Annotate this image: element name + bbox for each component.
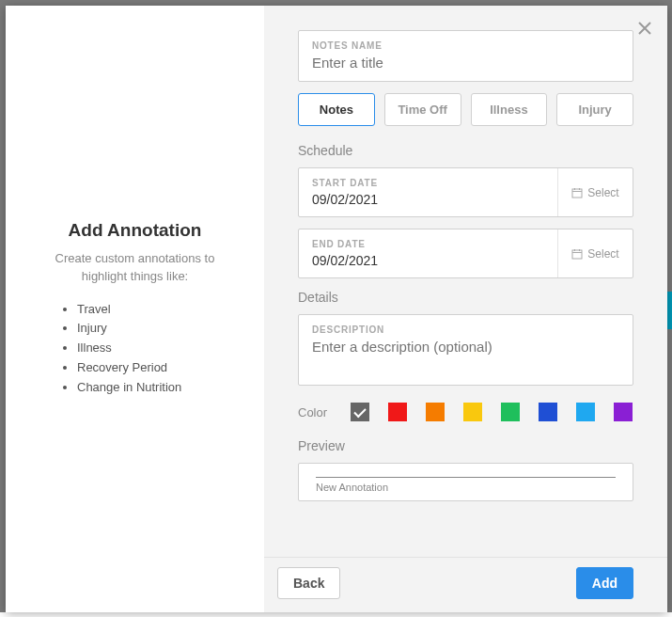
svg-rect-0: [572, 189, 582, 198]
description-input[interactable]: [312, 339, 619, 355]
end-date-select-button[interactable]: Select: [557, 229, 633, 277]
modal-footer: Back Add: [264, 557, 667, 612]
notes-name-label: NOTES NAME: [312, 40, 619, 51]
color-swatch-yellow[interactable]: [463, 403, 482, 421]
preview-label: Preview: [298, 438, 633, 453]
description-field[interactable]: DESCRIPTION: [298, 314, 633, 386]
form-panel: NOTES NAME Notes Time Off Illness Injury…: [264, 6, 667, 612]
list-item: Change in Nutrition: [77, 378, 181, 398]
preview-text: New Annotation: [316, 482, 616, 493]
start-date-label: START DATE: [312, 178, 544, 188]
list-item: Recovery Period: [77, 358, 181, 378]
color-row: Color: [298, 403, 633, 421]
color-label: Color: [298, 405, 332, 419]
end-date-field: END DATE 09/02/2021 Select: [298, 229, 633, 278]
color-swatch-orange[interactable]: [426, 403, 445, 421]
type-tabs: Notes Time Off Illness Injury: [298, 93, 633, 126]
calendar-icon: [571, 187, 583, 198]
panel-title: Add Annotation: [69, 220, 202, 241]
notes-name-field[interactable]: NOTES NAME: [298, 30, 633, 82]
start-date-field: START DATE 09/02/2021 Select: [298, 167, 633, 217]
example-list: Travel Injury Illness Recovery Period Ch…: [60, 300, 181, 398]
color-swatch-green[interactable]: [501, 403, 520, 421]
tab-time-off[interactable]: Time Off: [384, 93, 461, 126]
list-item: Travel: [77, 300, 181, 320]
info-panel: Add Annotation Create custom annotations…: [6, 6, 264, 612]
schedule-label: Schedule: [298, 143, 633, 158]
tab-injury[interactable]: Injury: [556, 93, 633, 126]
color-swatch-grey[interactable]: [351, 403, 369, 421]
color-swatch-lightblue[interactable]: [576, 403, 595, 421]
color-swatches: [351, 403, 633, 421]
select-label: Select: [587, 186, 618, 199]
add-button[interactable]: Add: [576, 567, 633, 599]
calendar-icon: [571, 248, 583, 260]
list-item: Injury: [77, 319, 181, 339]
close-icon: [635, 19, 654, 38]
color-swatch-red[interactable]: [388, 403, 407, 421]
color-swatch-purple[interactable]: [614, 403, 633, 421]
back-button[interactable]: Back: [277, 567, 340, 599]
select-label: Select: [587, 247, 618, 261]
start-date-select-button[interactable]: Select: [557, 168, 633, 216]
end-date-value[interactable]: 09/02/2021: [312, 253, 544, 268]
tab-illness[interactable]: Illness: [471, 93, 548, 126]
start-date-value[interactable]: 09/02/2021: [312, 192, 544, 207]
end-date-label: END DATE: [312, 239, 544, 249]
close-button[interactable]: [635, 19, 654, 38]
color-swatch-blue[interactable]: [539, 403, 557, 421]
notes-name-input[interactable]: [312, 55, 619, 71]
details-label: Details: [298, 290, 633, 305]
panel-subtitle: Create custom annotations to highlight t…: [34, 250, 236, 284]
add-annotation-modal: Add Annotation Create custom annotations…: [6, 6, 667, 612]
list-item: Illness: [77, 339, 181, 358]
preview-box: New Annotation: [298, 463, 633, 501]
svg-rect-4: [572, 250, 582, 259]
tab-notes[interactable]: Notes: [298, 93, 375, 126]
description-label: DESCRIPTION: [312, 324, 619, 335]
